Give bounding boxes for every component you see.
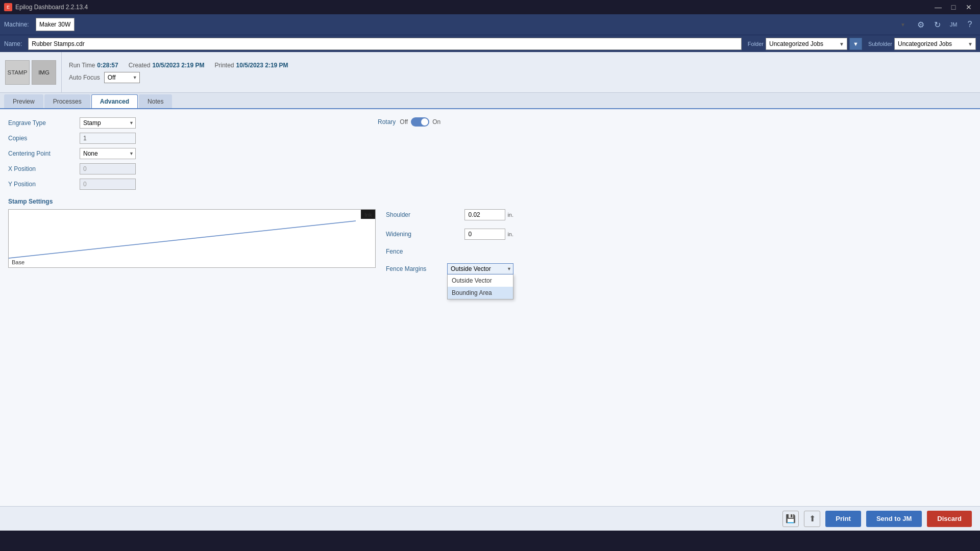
folder-select-wrapper: Uncategorized Jobs	[766, 38, 847, 50]
subfolder-select-wrapper: Uncategorized Jobs	[894, 38, 976, 50]
tab-preview[interactable]: Preview	[4, 94, 43, 108]
chart-base-label: Base	[12, 259, 24, 265]
bottom-bar: 💾 ⬆ Print Send to JM Discard	[0, 506, 980, 531]
stamp-settings-section: Stamp Settings Ink Base Shoulder in.	[8, 198, 972, 279]
discard-button[interactable]: Discard	[927, 511, 972, 527]
rotary-label: Rotary	[378, 118, 396, 126]
engrave-type-select-wrapper: Stamp Normal	[80, 117, 136, 129]
copies-input[interactable]	[80, 133, 136, 144]
created-value: 10/5/2023 2:19 PM	[152, 62, 204, 69]
app-title: Epilog Dashboard 2.2.13.4	[15, 4, 88, 11]
copies-row: Copies	[8, 133, 972, 144]
minimize-button[interactable]: —	[931, 0, 945, 14]
svg-text:IMG: IMG	[38, 69, 50, 75]
widening-input-row: in.	[464, 229, 513, 240]
engrave-type-select[interactable]: Stamp Normal	[80, 117, 136, 129]
subfolder-select[interactable]: Uncategorized Jobs	[894, 38, 976, 50]
tab-advanced[interactable]: Advanced	[91, 94, 138, 108]
auto-focus-label: Auto Focus	[69, 74, 100, 81]
name-input[interactable]	[28, 38, 741, 50]
rotary-off-label: Off	[400, 118, 408, 126]
fence-select-container: Outside Vector Bounding Area Outside Vec…	[447, 263, 513, 274]
job-info-bar: STAMP IMG Run Time 0:28:57 Created 10/5/…	[0, 52, 980, 93]
title-bar-controls: — □ ✕	[931, 0, 976, 14]
rotary-section: Rotary Off On	[378, 117, 440, 127]
run-time-label: Run Time	[69, 62, 95, 69]
x-position-row: X Position	[8, 163, 972, 174]
printed-value: 10/5/2023 2:19 PM	[236, 62, 288, 69]
shoulder-input-row: in.	[464, 209, 513, 220]
help-icon[interactable]: ?	[964, 18, 976, 31]
widening-row: Widening in.	[386, 229, 513, 240]
machine-label: Machine:	[4, 21, 30, 28]
main-content: Engrave Type Stamp Normal Copies Centeri…	[0, 109, 980, 506]
job-meta: Run Time 0:28:57 Created 10/5/2023 2:19 …	[62, 52, 296, 92]
subfolder-label: Subfolder	[868, 41, 892, 47]
send-to-jm-button[interactable]: Send to JM	[866, 511, 922, 527]
upload-icon-button[interactable]: ⬆	[804, 511, 820, 527]
y-position-row: Y Position	[8, 179, 972, 190]
machine-select-wrapper: Maker 30W	[36, 18, 909, 31]
run-time-value: 0:28:57	[97, 62, 118, 69]
fence-label: Fence	[386, 248, 447, 255]
name-bar: Name: Folder Uncategorized Jobs ▼ Subfol…	[0, 35, 980, 52]
name-label: Name:	[4, 40, 22, 47]
shoulder-row: Shoulder in.	[386, 209, 513, 220]
folder-select[interactable]: Uncategorized Jobs	[766, 38, 847, 50]
toolbar-right: ⚙ ↻ JM ?	[915, 18, 976, 31]
auto-focus-select[interactable]: Off On	[104, 72, 140, 83]
engrave-type-label: Engrave Type	[8, 119, 80, 127]
close-button[interactable]: ✕	[962, 0, 976, 14]
dropdown-item-bounding-area[interactable]: Bounding Area	[448, 287, 513, 299]
centering-point-select[interactable]: None Center	[80, 148, 136, 159]
save-icon-button[interactable]: 💾	[782, 511, 799, 527]
widening-input[interactable]	[464, 229, 505, 240]
fence-margins-label: Fence Margins	[386, 265, 447, 272]
thumbnail-1: STAMP	[5, 60, 30, 85]
run-time-item: Run Time 0:28:57	[69, 62, 118, 69]
toggle-knob	[421, 118, 428, 126]
refresh-icon[interactable]: ↻	[931, 18, 943, 31]
stamp-chart: Ink Base	[8, 209, 376, 268]
centering-point-row: Centering Point None Center	[8, 148, 972, 159]
title-bar: E Epilog Dashboard 2.2.13.4 — □ ✕	[0, 0, 980, 14]
centering-point-label: Centering Point	[8, 150, 80, 157]
chart-svg	[9, 210, 376, 268]
shoulder-input[interactable]	[464, 209, 505, 220]
auto-focus-row: Auto Focus Off On	[69, 72, 288, 83]
shoulder-unit: in.	[507, 212, 513, 218]
created-item: Created 10/5/2023 2:19 PM	[129, 62, 205, 69]
tab-notes[interactable]: Notes	[139, 94, 172, 108]
fence-row: Fence	[386, 248, 513, 255]
dropdown-item-outside-vector[interactable]: Outside Vector	[448, 274, 513, 287]
engrave-type-row: Engrave Type Stamp Normal	[8, 117, 972, 129]
shoulder-label: Shoulder	[386, 211, 447, 218]
rotary-toggle-wrapper: Off On	[400, 117, 440, 127]
app-icon: E	[4, 3, 12, 11]
machine-toolbar: Machine: Maker 30W ⚙ ↻ JM ?	[0, 14, 980, 35]
folder-label: Folder	[748, 41, 764, 47]
maximize-button[interactable]: □	[946, 0, 961, 14]
stamp-chart-container: Ink Base Shoulder in. Widening	[8, 209, 972, 279]
fence-margins-row: Fence Margins Outside Vector Bounding Ar…	[386, 263, 513, 274]
folder-divider-button[interactable]: ▼	[849, 38, 862, 50]
widening-unit: in.	[507, 231, 513, 237]
fence-select[interactable]: Outside Vector Bounding Area	[447, 263, 513, 274]
print-button[interactable]: Print	[825, 511, 861, 527]
tab-processes[interactable]: Processes	[44, 94, 90, 108]
settings-icon[interactable]: ⚙	[915, 18, 927, 31]
machine-select[interactable]: Maker 30W	[36, 18, 75, 31]
svg-text:STAMP: STAMP	[8, 69, 28, 75]
y-position-input	[80, 179, 136, 190]
stamp-controls: Shoulder in. Widening in. Fence	[386, 209, 513, 279]
meta-row-1: Run Time 0:28:57 Created 10/5/2023 2:19 …	[69, 62, 288, 69]
auto-focus-select-wrapper: Off On	[104, 72, 140, 83]
jm-icon[interactable]: JM	[947, 18, 960, 31]
fence-select-wrapper: Outside Vector Bounding Area	[447, 263, 513, 274]
created-label: Created	[129, 62, 151, 69]
svg-line-4	[9, 221, 356, 258]
rotary-toggle[interactable]	[411, 117, 429, 127]
tabs-bar: Preview Processes Advanced Notes	[0, 93, 980, 109]
thumbnails: STAMP IMG	[0, 52, 62, 92]
taskbar	[0, 531, 980, 551]
